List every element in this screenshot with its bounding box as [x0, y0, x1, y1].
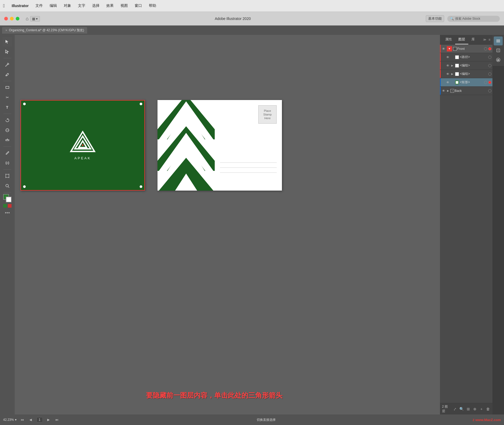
shape-builder-tool[interactable]: [3, 125, 12, 135]
zoom-control[interactable]: 42.23% ▾: [3, 418, 17, 422]
artboard-back[interactable]: PlaceStampHere: [158, 100, 282, 191]
layer-selected-rect[interactable]: [488, 81, 491, 84]
tab-close-icon[interactable]: ✕: [5, 29, 7, 32]
layer-target-front[interactable]: [484, 47, 487, 50]
menu-illustrator[interactable]: Illustrator: [11, 3, 30, 8]
scissors-tool[interactable]: ✂: [3, 93, 12, 102]
find-layer-button[interactable]: 🔍: [459, 406, 464, 412]
assets-panel-icon[interactable]: [494, 55, 503, 64]
canvas-area[interactable]: APEAK PlaceStampHere: [15, 35, 452, 414]
gradient-tool[interactable]: [3, 135, 12, 145]
first-page-button[interactable]: ⏮: [20, 417, 25, 422]
menu-select[interactable]: 选择: [91, 3, 101, 9]
selection-tool[interactable]: [3, 37, 12, 46]
layers-panel-icon[interactable]: [494, 36, 503, 45]
move-to-new-layer-button[interactable]: ⊕: [472, 406, 477, 412]
menu-bar:  Illustrator 文件 编辑 对象 文字 选择 效果 视图 窗口 帮助: [0, 0, 504, 12]
stroke-color[interactable]: [6, 197, 12, 202]
more-tools[interactable]: •••: [3, 208, 12, 218]
fill-indicator[interactable]: [3, 204, 7, 208]
color-swatch[interactable]: [3, 194, 12, 202]
visibility-icon-path[interactable]: 👁: [445, 55, 450, 59]
layer-path[interactable]: 👁 <路径>: [440, 53, 492, 61]
menu-type[interactable]: 文字: [77, 3, 86, 9]
layer-target-rect[interactable]: [484, 81, 487, 84]
direct-selection-tool[interactable]: [3, 47, 12, 56]
new-layer-button[interactable]: +: [479, 406, 484, 412]
artboard-tool[interactable]: [3, 171, 12, 181]
layer-target-path[interactable]: [488, 56, 491, 59]
stroke-indicator[interactable]: [8, 204, 12, 208]
make-sublayer-button[interactable]: ⤤: [453, 406, 457, 412]
corner-tr: [140, 103, 142, 105]
layer-expand-arrow[interactable]: ▼: [447, 46, 452, 51]
menu-object[interactable]: 对象: [63, 3, 72, 9]
last-page-button[interactable]: ⏭: [54, 417, 60, 422]
zoom-tool[interactable]: [3, 181, 12, 191]
zoom-dropdown-icon[interactable]: ▾: [15, 418, 17, 422]
delete-layer-button[interactable]: 🗑: [486, 406, 490, 412]
stamp-box: PlaceStampHere: [258, 105, 277, 124]
svg-point-0: [6, 66, 6, 67]
pen-tool[interactable]: [3, 60, 12, 69]
blend-tool[interactable]: [3, 158, 12, 168]
layer-group-2[interactable]: 👁 ▶ <编组>: [440, 70, 492, 78]
rectangle-tool[interactable]: [3, 83, 12, 92]
document-tab[interactable]: ✕ Organizing_Content.ai* @ 42.23% (CMYK/…: [2, 27, 87, 34]
next-page-button[interactable]: ▶: [46, 417, 51, 422]
pencil-tool[interactable]: [3, 70, 12, 79]
tab-layers[interactable]: 图层: [455, 35, 468, 44]
layer-selected-front[interactable]: [488, 47, 491, 50]
address-line-1: [220, 162, 277, 163]
close-button[interactable]: [4, 17, 8, 20]
page-number[interactable]: 1: [36, 417, 43, 422]
layer-rect[interactable]: 👁 <矩形>: [440, 78, 492, 87]
expand-arrow-g1[interactable]: ▶: [450, 64, 454, 67]
type-tool[interactable]: T: [3, 103, 12, 112]
svg-line-17: [8, 187, 9, 188]
prev-page-button[interactable]: ◀: [28, 417, 33, 422]
minimize-button[interactable]: [10, 17, 14, 20]
home-icon[interactable]: ⌂: [26, 16, 29, 22]
visibility-icon-back[interactable]: 👁: [441, 89, 446, 93]
menu-effect[interactable]: 效果: [105, 3, 115, 9]
menu-window[interactable]: 窗口: [134, 3, 143, 9]
properties-panel-icon[interactable]: [494, 46, 503, 55]
svg-point-21: [82, 144, 83, 146]
maximize-button[interactable]: [16, 17, 19, 20]
menu-view[interactable]: 视图: [119, 3, 129, 9]
layer-front[interactable]: 👁 ▼ Front: [440, 45, 492, 53]
tutorial-text: 要隐藏前一图层内容，单击此处的三角形箭头: [29, 391, 399, 400]
layer-name-front: Front: [457, 47, 483, 51]
visibility-icon-g2[interactable]: 👁: [445, 72, 450, 76]
layer-back[interactable]: 👁 ▶ A Back: [440, 87, 492, 95]
panel-expand-icon[interactable]: ≫: [483, 38, 486, 41]
menu-edit[interactable]: 编辑: [49, 3, 58, 9]
layer-target-back[interactable]: [488, 89, 491, 92]
far-right-panel-icons: [492, 35, 504, 66]
tab-library[interactable]: 库: [468, 35, 478, 44]
layer-color-box-g1: [455, 64, 459, 67]
layer-target-g1[interactable]: [488, 64, 491, 67]
visibility-icon-rect[interactable]: 👁: [445, 81, 450, 84]
menu-file[interactable]: 文件: [34, 3, 44, 9]
artboard-front[interactable]: APEAK: [20, 100, 145, 191]
tab-properties[interactable]: 属性: [442, 35, 455, 44]
view-switch-button[interactable]: ▦ ▾: [30, 16, 40, 22]
layer-group-1[interactable]: 👁 ▶ <编组>: [440, 61, 492, 70]
panel-menu-icon[interactable]: ≡: [489, 38, 490, 41]
workspace-dropdown[interactable]: 基本功能: [426, 15, 444, 22]
visibility-icon-g1[interactable]: 👁: [445, 64, 450, 67]
layer-target-g2[interactable]: [488, 72, 491, 76]
expand-arrow-g2[interactable]: ▶: [450, 72, 454, 75]
expand-arrow-back[interactable]: ▶: [446, 89, 450, 92]
menu-help[interactable]: 帮助: [148, 3, 157, 9]
stock-search-box[interactable]: 🔍 搜索 Adobe Stock: [447, 16, 500, 22]
eyedropper-tool[interactable]: [3, 148, 12, 158]
address-line-3: [220, 172, 277, 173]
visibility-icon-front[interactable]: 👁: [441, 47, 446, 51]
back-graphic-svg: [158, 100, 215, 191]
panel-options-button[interactable]: ⊞: [466, 406, 470, 412]
svg-point-16: [6, 184, 8, 187]
rotate-tool[interactable]: [3, 116, 12, 125]
